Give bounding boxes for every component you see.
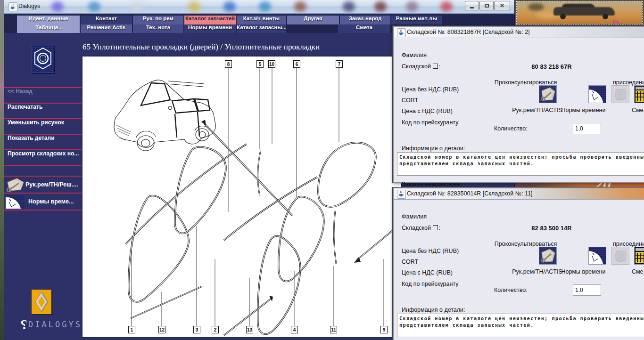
java-app-icon [397,28,406,37]
tab-parts-catalog[interactable]: Каталог запчастей [184,16,236,24]
window-controls: ✕ [464,1,510,10]
time-standards-gauge-icon[interactable] [588,85,606,103]
price-code-label: Код по прейскуранту [402,119,458,126]
parts-diagram-drawing [83,57,401,337]
sidebar-item-print[interactable]: Распечатать [4,103,82,118]
titlebar-glass-blob [132,1,144,12]
hex-nut-logo-icon [32,45,54,73]
tab-cat-screws[interactable]: Кат.з/ч-винты [237,16,286,24]
time-standards-button-label: Нормы времени [549,268,618,275]
quantity-input[interactable] [573,123,601,134]
sidebar-tool-repair-manual[interactable]: Рук.рем/ТН/Реш.... [4,176,82,193]
tab-spare-catalog[interactable]: Каталог запасны... [237,24,286,33]
part-info-label: Информация о детали: [402,307,465,313]
titlebar-glass-blob [51,1,64,12]
dialog-titlebar[interactable]: Складской №: 808321867R [Складской №: 2] [394,27,644,38]
time-standards-gauge-icon[interactable] [588,247,606,265]
disabled-package-icon [611,85,629,103]
sidebar-item-show-parts[interactable]: Показать детали [4,134,82,149]
desktop: Пї... 20 Dialogys [0,0,644,340]
family-label: Фамилия [402,213,427,220]
callout-1[interactable]: 1 [128,326,135,333]
minimize-button[interactable] [465,1,479,10]
tab-tech-note[interactable]: Тех. нота [133,24,183,33]
callout-9[interactable]: 9 [380,326,388,333]
callout-2[interactable]: 2 [212,326,219,333]
square-glyph-icon [433,225,438,230]
cort-label: CORT [402,97,418,104]
tab-contact[interactable]: Контакт [81,16,132,24]
callout-4[interactable]: 4 [291,326,298,333]
dialog-body: Фамилия Складской : 82 83 500 14R Прокон… [394,199,644,340]
callout-7[interactable]: 7 [336,60,343,68]
tab-work-order[interactable]: Заказ-наряд [340,16,390,24]
quantity-input[interactable] [573,284,601,296]
minimize-icon [470,7,474,8]
photo-car-wheel [560,14,566,19]
time-standards-button-label: Нормы времени [549,107,618,113]
stock-label: Складской : [402,225,440,231]
attach-label: присоедини [613,79,644,86]
tab-ident-data[interactable]: Идент. данные [17,16,80,24]
stock-number-value: 80 83 218 67R [514,63,589,70]
attach-label: присоедини [613,241,644,247]
photo-car-wheel [603,14,608,19]
window-title: Dialogys [18,3,40,9]
repair-manual-icon[interactable] [539,85,557,103]
square-glyph-icon [433,64,438,69]
repair-manual-icon[interactable] [539,247,557,265]
close-button[interactable]: ✕ [494,1,510,10]
estimate-button-label: Сме [632,268,644,275]
dialog-body: Фамилия Складской : 80 83 218 67R Прокон… [394,38,644,182]
tab-table[interactable]: Таблица . [17,24,80,33]
price-ex-vat-label: Цена без НДС (RUB) [402,86,459,93]
dialog-titlebar[interactable]: Складской №: 828350014R [Складской №: 11… [394,188,644,200]
callout-12[interactable]: 12 [158,326,165,333]
repair-manual-icon [5,178,25,192]
desktop-wallpaper-left [0,0,4,340]
sidebar-item-shrink-picture[interactable]: Уменьшить рисунок [4,118,82,134]
estimate-icon[interactable] [634,247,644,265]
sidebar-tools: Рук.рем/ТН/Реш.... Нормы време... [4,176,82,210]
callout-3[interactable]: 3 [193,326,200,333]
part-info-text: Складской номер в каталоге цен неизвесте… [397,152,644,176]
callout-13[interactable]: 13 [246,326,253,333]
renault-logo [32,290,51,314]
price-code-label: Код по прейскуранту [402,281,458,287]
tab-repair-manual[interactable]: Рук. по рем [133,16,183,24]
tab-actis-solutions[interactable]: Решения Actis [81,24,132,33]
callout-10[interactable]: 10 [268,60,275,68]
quantity-label: Количество: [494,287,528,293]
callout-11[interactable]: 11 [330,326,337,333]
parts-diagram-canvas[interactable]: 8 5 10 6 7 1 12 3 2 13 4 11 9 [82,56,402,338]
sidebar-item-view-stock-numbers[interactable]: Просмотр складских но... [4,149,82,166]
estimate-icon[interactable] [634,85,644,103]
callout-6[interactable]: 6 [293,60,300,68]
brand-text: DIALOGYS [28,320,82,329]
stock-number-dialog-1: Складской №: 808321867R [Складской №: 2]… [393,26,644,183]
page-title: 65 Уплотнительные прокладки (дверей) / У… [83,42,320,52]
titlebar-glass-blob [259,1,271,12]
main-window-titlebar[interactable]: Dialogys ✕ [4,0,514,14]
callout-5[interactable]: 5 [256,60,264,68]
stock-number-dialog-2: Складской №: 828350014R [Складской №: 11… [393,187,644,340]
price-ex-vat-label: Цена без НДС (RUB) [402,248,459,254]
tab-estimate[interactable]: Смета [338,24,390,33]
callout-8[interactable]: 8 [225,60,232,68]
dialog-title: Складской №: 808321867R [Складской №: 2] [407,29,530,35]
disabled-package-icon [611,247,629,265]
cort-label: CORT [402,259,418,265]
sidebar-item-back[interactable]: << Назад [4,87,82,103]
close-icon: ✕ [500,3,504,8]
titlebar-glass-blob [88,1,100,12]
tab-time-standards[interactable]: Нормы времени [184,24,236,33]
titlebar-glass-blob [294,1,306,12]
tab-misc-materials[interactable]: Разные мат-лы [391,16,442,24]
part-info-label: Информация о детали: [402,145,465,152]
sidebar-tool-time-standards[interactable]: Нормы време... [4,193,82,210]
maximize-button[interactable] [479,1,494,10]
desktop-photo [517,1,642,24]
price-inc-vat-label: Цена с НДС (RUB) [402,269,453,276]
tab-other[interactable]: Другая [287,16,339,24]
sidebar: << Назад Распечатать Уменьшить рисунок П… [4,33,82,340]
